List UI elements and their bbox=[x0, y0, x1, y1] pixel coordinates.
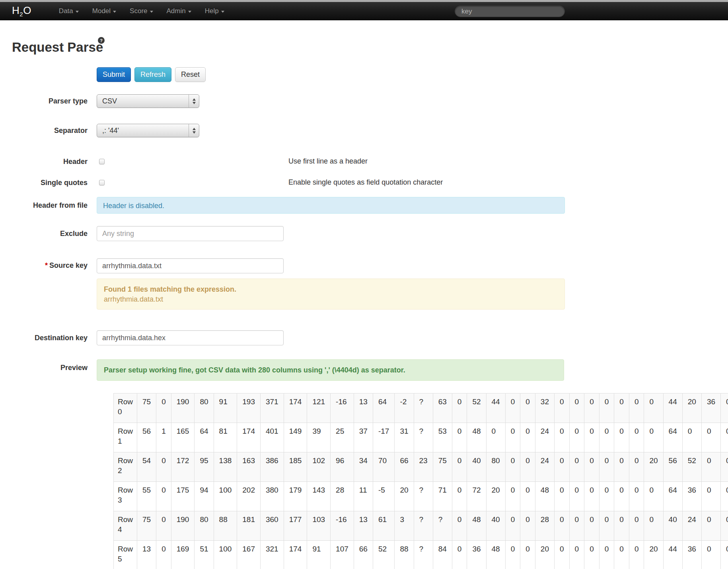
table-cell: 0 bbox=[505, 541, 520, 569]
search-input[interactable] bbox=[455, 6, 565, 17]
table-cell: 95 bbox=[195, 452, 214, 482]
table-cell: 66 bbox=[395, 452, 414, 482]
table-cell: 80 bbox=[195, 511, 214, 541]
table-cell: 0 bbox=[569, 423, 584, 452]
table-cell: 20 bbox=[644, 541, 663, 569]
table-cell: 0 bbox=[156, 511, 171, 541]
table-cell: 0 bbox=[569, 394, 584, 423]
table-cell: 100 bbox=[214, 482, 237, 511]
table-cell: 75 bbox=[433, 452, 452, 482]
table-cell: 55 bbox=[137, 482, 156, 511]
caret-down-icon bbox=[76, 11, 79, 13]
table-cell: 20 bbox=[395, 482, 414, 511]
table-cell: 181 bbox=[237, 511, 261, 541]
table-cell: 0 bbox=[452, 394, 467, 423]
nav-item-data[interactable]: Data bbox=[52, 2, 86, 20]
table-cell: 11 bbox=[354, 482, 373, 511]
table-cell: -5 bbox=[373, 482, 394, 511]
table-cell: 48 bbox=[467, 511, 486, 541]
row-label: Row 4 bbox=[114, 511, 137, 541]
table-cell: 44 bbox=[663, 541, 682, 569]
row-label: Row 1 bbox=[114, 423, 137, 452]
refresh-button[interactable]: Refresh bbox=[134, 67, 171, 82]
toolbar: Submit Refresh Reset bbox=[97, 67, 206, 82]
single-quotes-checkbox[interactable] bbox=[99, 180, 105, 185]
parser-type-select[interactable]: CSV bbox=[97, 94, 199, 108]
table-cell: 0 bbox=[554, 541, 569, 569]
table-cell: 66 bbox=[354, 541, 373, 569]
table-cell: 56 bbox=[137, 423, 156, 452]
table-cell: 0 bbox=[452, 452, 467, 482]
separator-select[interactable]: ,: '44' bbox=[97, 124, 199, 137]
table-cell: 71 bbox=[433, 482, 452, 511]
table-cell: 0 bbox=[554, 452, 569, 482]
table-cell: 177 bbox=[284, 511, 307, 541]
preview-message: Parser setup working fine, got CSV data … bbox=[97, 359, 564, 381]
table-cell: 51 bbox=[195, 541, 214, 569]
table-cell: 0 bbox=[629, 452, 644, 482]
table-cell: 149 bbox=[284, 423, 307, 452]
table-cell: 13 bbox=[137, 541, 156, 569]
table-cell: 0 bbox=[629, 541, 644, 569]
table-cell: 0 bbox=[156, 394, 171, 423]
table-cell: 64 bbox=[373, 394, 394, 423]
table-row: Row 07501908091193371174121-161364-2?630… bbox=[114, 394, 728, 423]
select-stepper-icon bbox=[189, 124, 199, 137]
caret-down-icon bbox=[221, 11, 224, 13]
exclude-input[interactable] bbox=[97, 226, 284, 241]
destination-key-input[interactable] bbox=[97, 330, 284, 345]
help-icon[interactable]: ? bbox=[98, 37, 105, 44]
header-checkbox[interactable] bbox=[99, 159, 105, 164]
table-cell: 0 bbox=[614, 452, 629, 482]
parser-type-label: Parser type bbox=[0, 97, 88, 105]
table-cell: 34 bbox=[354, 452, 373, 482]
table-cell: 0 bbox=[505, 482, 520, 511]
table-cell: 102 bbox=[307, 452, 331, 482]
source-key-input[interactable] bbox=[97, 258, 284, 273]
table-cell: 100 bbox=[214, 541, 237, 569]
h2o-logo[interactable]: H2O bbox=[12, 4, 31, 18]
table-cell: 94 bbox=[195, 482, 214, 511]
nav-item-label: Model bbox=[92, 7, 111, 15]
nav-item-label: Data bbox=[59, 7, 73, 15]
submit-button[interactable]: Submit bbox=[97, 67, 131, 82]
table-cell: 84 bbox=[433, 541, 452, 569]
preview-table-body: Row 07501908091193371174121-161364-2?630… bbox=[114, 394, 728, 569]
source-key-label: *Source key bbox=[0, 261, 88, 270]
nav-item-admin[interactable]: Admin bbox=[160, 2, 198, 20]
table-cell: 36 bbox=[682, 541, 701, 569]
table-cell: 0 bbox=[584, 423, 600, 452]
row-label: Row 3 bbox=[114, 482, 137, 511]
table-row: Row 254017295138163386185102963470662375… bbox=[114, 452, 728, 482]
match-message: Found 1 files matching the expression. bbox=[104, 284, 558, 294]
table-cell: 143 bbox=[307, 482, 331, 511]
table-cell: 0 bbox=[644, 423, 663, 452]
table-cell: 0 bbox=[452, 541, 467, 569]
table-cell: 0 bbox=[156, 452, 171, 482]
table-cell: 190 bbox=[171, 511, 195, 541]
table-cell: 0 bbox=[599, 511, 614, 541]
table-cell: 107 bbox=[331, 541, 354, 569]
table-cell: 0 bbox=[682, 423, 701, 452]
table-cell: 0 bbox=[520, 394, 535, 423]
nav-item-score[interactable]: Score bbox=[123, 2, 160, 20]
table-cell: 0 bbox=[599, 541, 614, 569]
table-cell: -16 bbox=[331, 394, 354, 423]
header-description: Use first line as a header bbox=[288, 156, 368, 166]
table-cell: 0 bbox=[520, 423, 535, 452]
table-cell: 386 bbox=[260, 452, 284, 482]
table-cell: 72 bbox=[467, 482, 486, 511]
nav-item-model[interactable]: Model bbox=[86, 2, 123, 20]
table-cell: 0 bbox=[584, 452, 600, 482]
nav-item-help[interactable]: Help bbox=[198, 2, 231, 20]
table-cell: 48 bbox=[486, 541, 505, 569]
nav-item-label: Admin bbox=[167, 7, 186, 15]
table-cell: 167 bbox=[237, 541, 261, 569]
separator-value: ,: '44' bbox=[97, 127, 189, 135]
table-cell: 172 bbox=[171, 452, 195, 482]
reset-button[interactable]: Reset bbox=[175, 67, 206, 82]
table-cell: 0 bbox=[721, 423, 728, 452]
table-cell: 174 bbox=[284, 541, 307, 569]
table-row: Row 15611656481174401149392537-1731?5304… bbox=[114, 423, 728, 452]
caret-down-icon bbox=[188, 11, 191, 13]
